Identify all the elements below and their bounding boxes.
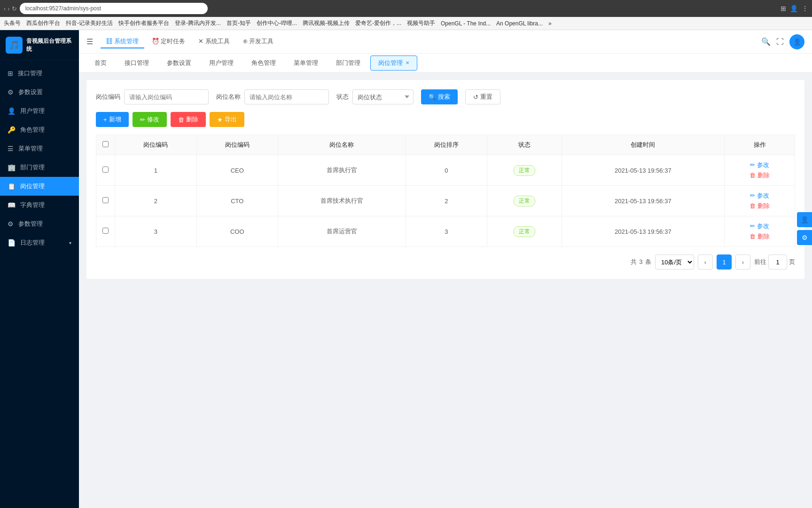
search-icon[interactable]: 🔍	[761, 37, 771, 46]
add-button[interactable]: + 新增	[96, 112, 129, 127]
float-avatar-btn[interactable]: 👤	[797, 212, 812, 227]
page-tab-home[interactable]: 首页	[86, 56, 115, 71]
next-page-btn[interactable]: ›	[735, 254, 750, 270]
bookmark-opengl[interactable]: OpenGL - The Ind...	[441, 20, 491, 27]
delete-link-0[interactable]: 🗑 删除	[750, 171, 770, 180]
bookmark-douyin[interactable]: 抖音-记录美好生活	[66, 19, 113, 27]
dept-icon: 🏢	[8, 164, 16, 171]
cell-created-0: 2021-05-13 19:56:37	[562, 155, 724, 186]
config-icon: ⚙	[8, 220, 14, 228]
page-tab-interface[interactable]: 接口管理	[117, 56, 157, 71]
cell-created-1: 2021-05-13 19:56:37	[562, 186, 724, 216]
bookmark-kuaishou[interactable]: 快手创作者服务平台	[118, 19, 169, 27]
browser-back[interactable]: ‹	[4, 5, 6, 12]
sidebar-item-label: 用户管理	[20, 107, 45, 115]
cell-action-2: ✏ 参改 🗑 删除	[725, 216, 795, 247]
user-icon: 👤	[8, 107, 16, 115]
position-code-label: 岗位编码	[96, 93, 120, 101]
bookmark-opengl2[interactable]: An OpenGL libra...	[496, 20, 543, 27]
page-tab-dept[interactable]: 部门管理	[328, 56, 368, 71]
extension-icon[interactable]: ⊞	[781, 5, 786, 12]
log-icon: 📄	[8, 239, 16, 246]
sidebar-item-label: 岗位管理	[20, 182, 45, 190]
table-row: 2 CTO 首席技术执行官 2 正常 2021-05-13 19:56:37 ✏…	[96, 186, 795, 216]
row-checkbox-1[interactable]	[102, 197, 109, 203]
avatar[interactable]: 👤	[789, 34, 804, 49]
browser-forward[interactable]: ›	[8, 5, 9, 12]
page-tab-position[interactable]: 岗位管理 ✕	[370, 56, 417, 71]
search-button[interactable]: 🔍 搜索	[421, 89, 458, 104]
goto-page-input[interactable]	[768, 254, 787, 270]
reset-button[interactable]: ↺ 重置	[465, 89, 500, 104]
sidebar-item-users[interactable]: 👤 用户管理	[0, 102, 79, 120]
delete-link-1[interactable]: 🗑 删除	[750, 202, 770, 210]
row-checkbox-cell	[96, 186, 115, 216]
sidebar-item-label: 接口管理	[18, 69, 42, 78]
status-select[interactable]: 岗位状态 正常 停用	[352, 89, 414, 104]
page-tab-close-icon[interactable]: ✕	[406, 60, 409, 65]
sidebar-item-dict[interactable]: 📖 字典管理	[0, 196, 79, 214]
cell-name-1: 首席技术执行官	[278, 186, 406, 216]
header-status: 状态	[487, 135, 562, 155]
cell-code-1: CTO	[196, 186, 278, 216]
sidebar-item-interface[interactable]: ⊞ 接口管理	[0, 64, 79, 83]
sidebar-item-menu[interactable]: ☰ 菜单管理	[0, 139, 79, 158]
export-button[interactable]: ★ 导出	[210, 112, 244, 127]
bookmark-more[interactable]: »	[548, 20, 552, 27]
browser-refresh[interactable]: ↻	[12, 5, 17, 12]
select-all-checkbox[interactable]	[102, 141, 109, 147]
sidebar-item-dept[interactable]: 🏢 部门管理	[0, 158, 79, 177]
profile-icon[interactable]: 👤	[790, 5, 798, 12]
hamburger-icon[interactable]: ☰	[86, 37, 93, 46]
tab-system-tools[interactable]: ✕ 系统工具	[193, 35, 235, 48]
cell-status-1: 正常	[487, 186, 562, 216]
delete-button[interactable]: 🗑 删除	[171, 112, 206, 127]
fullscreen-icon[interactable]: ⛶	[776, 38, 784, 46]
delete-link-2[interactable]: 🗑 删除	[750, 232, 770, 241]
bookmark-toutiao[interactable]: 头条号	[4, 19, 21, 27]
role-icon: 🔑	[8, 126, 16, 134]
row-checkbox-0[interactable]	[102, 167, 109, 173]
edit-link-1[interactable]: ✏ 参改	[750, 191, 769, 200]
page-1-btn[interactable]: 1	[717, 254, 732, 270]
sidebar-item-label: 角色管理	[20, 126, 45, 134]
bookmark-zhihu[interactable]: 首页-知乎	[226, 19, 251, 27]
edit-button[interactable]: ✏ 修改	[133, 112, 167, 127]
page-tab-users[interactable]: 用户管理	[201, 56, 242, 71]
float-settings-btn[interactable]: ⚙	[797, 230, 812, 245]
cell-name-0: 首席执行官	[278, 155, 406, 186]
tab-scheduled-tasks[interactable]: ⏰ 定时任务	[146, 35, 191, 48]
position-icon: 📋	[8, 183, 16, 190]
sidebar-item-position[interactable]: 📋 岗位管理	[0, 177, 79, 196]
position-name-label: 岗位名称	[216, 93, 241, 101]
float-buttons: 👤 ⚙	[797, 212, 812, 245]
bookmark-xigua[interactable]: 西瓜创作平台	[26, 19, 60, 27]
cell-status-2: 正常	[487, 216, 562, 247]
bookmark-shipinhao[interactable]: 视频号助手	[407, 19, 435, 27]
tab-dev-tools[interactable]: ⊕ 开发工具	[237, 35, 280, 48]
sidebar-item-log[interactable]: 📄 日志管理 ▾	[0, 233, 79, 252]
bookmark-tencent-video[interactable]: 腾讯视频-视频上传	[303, 19, 350, 27]
page-label: 页	[789, 258, 795, 266]
edit-link-0[interactable]: ✏ 参改	[750, 161, 769, 169]
page-tab-roles[interactable]: 角色管理	[243, 56, 284, 71]
tab-system-mgmt[interactable]: ☷ 系统管理	[101, 35, 144, 48]
prev-page-btn[interactable]: ‹	[698, 254, 713, 270]
per-page-select[interactable]: 10条/页 20条/页 50条/页	[655, 254, 694, 270]
row-checkbox-2[interactable]	[102, 228, 109, 234]
sidebar-item-config[interactable]: ⚙ 参数管理	[0, 214, 79, 233]
menu-icon[interactable]: ⋮	[802, 5, 808, 12]
bookmark-tencent[interactable]: 登录-腾讯内开发...	[175, 19, 221, 27]
sidebar-item-roles[interactable]: 🔑 角色管理	[0, 120, 79, 139]
sidebar-item-params[interactable]: ⚙ 参数设置	[0, 83, 79, 102]
edit-icon: ✏	[140, 116, 145, 123]
position-code-input[interactable]	[124, 89, 209, 104]
position-name-input[interactable]	[244, 89, 329, 104]
page-tab-menu[interactable]: 菜单管理	[286, 56, 326, 71]
bookmark-iqiyi[interactable]: 爱奇艺-爱创作，...	[355, 19, 401, 27]
address-bar[interactable]: localhost:9527/admin/sys-post	[20, 3, 208, 14]
page-tab-params[interactable]: 参数设置	[159, 56, 199, 71]
edit-link-2[interactable]: ✏ 参改	[750, 222, 769, 230]
bookmark-bilibili[interactable]: 创作中心-哔哩...	[257, 19, 297, 27]
sidebar-item-label: 字典管理	[20, 201, 45, 209]
